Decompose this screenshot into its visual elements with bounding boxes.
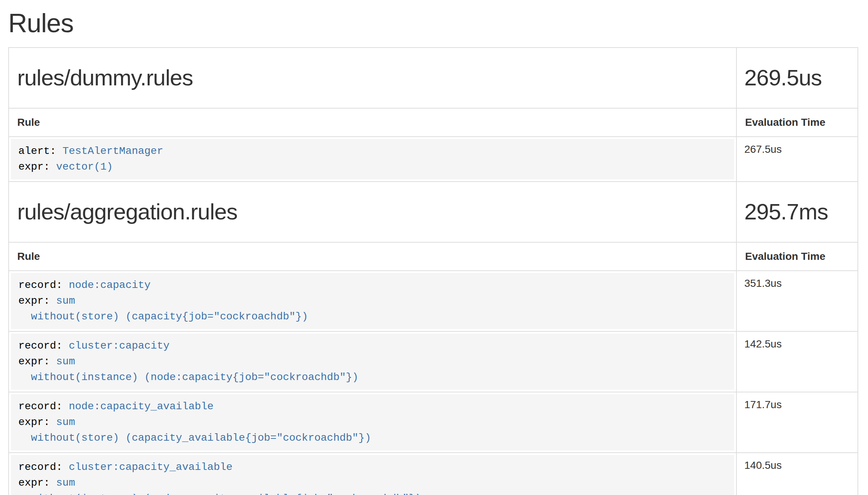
rule-link[interactable]: vector(1): [50, 161, 113, 173]
column-header-rule: Rule: [9, 242, 736, 271]
code-line: without(instance) (node:capacity_availab…: [18, 491, 727, 495]
rule-link[interactable]: cluster:capacity: [63, 340, 170, 352]
code-line: expr: sum: [18, 354, 727, 370]
code-line: record: cluster:capacity: [18, 338, 727, 354]
rule-evaluation-time: 142.5us: [736, 331, 858, 392]
rule-code: record: node:capacity_available expr: su…: [11, 394, 734, 450]
rule-row: record: node:capacity_available expr: su…: [9, 392, 858, 453]
rule-evaluation-time: 267.5us: [736, 137, 858, 182]
column-header-row: Rule Evaluation Time: [9, 108, 858, 137]
code-line: without(instance) (node:capacity{job="co…: [18, 370, 727, 385]
rule-link[interactable]: sum: [50, 295, 75, 307]
rule-link[interactable]: node:capacity: [63, 279, 151, 291]
code-line: expr: sum: [18, 293, 727, 309]
code-line: expr: sum: [18, 414, 727, 430]
page-title: Rules: [8, 9, 858, 37]
code-line: without(store) (capacity{job="cockroachd…: [18, 309, 727, 325]
column-header-rule: Rule: [9, 108, 736, 137]
rule-row: record: cluster:capacity_available expr:…: [9, 453, 858, 495]
rule-link[interactable]: without(instance) (node:capacity_availab…: [18, 493, 421, 495]
code-line: alert: TestAlertManager: [18, 143, 727, 159]
code-line: record: cluster:capacity_available: [18, 459, 727, 475]
column-header-evaluation-time: Evaluation Time: [736, 108, 858, 137]
rule-code: record: node:capacity expr: sum without(…: [11, 273, 734, 329]
code-key: expr:: [18, 161, 50, 173]
group-name: rules/dummy.rules: [17, 64, 730, 91]
group-header-row: rules/dummy.rules 269.5us: [9, 48, 858, 108]
group-evaluation-time: 269.5us: [736, 48, 858, 108]
column-header-evaluation-time: Evaluation Time: [736, 242, 858, 271]
rule-code: record: cluster:capacity expr: sum witho…: [11, 334, 734, 390]
rule-link[interactable]: TestAlertManager: [56, 145, 163, 157]
code-key: expr:: [18, 477, 50, 489]
code-key: record:: [18, 340, 63, 352]
code-key: expr:: [18, 295, 50, 307]
code-line: record: node:capacity_available: [18, 399, 727, 414]
code-key: expr:: [18, 416, 50, 428]
code-key: record:: [18, 401, 63, 412]
code-key: record:: [18, 461, 63, 473]
rule-row: alert: TestAlertManager expr: vector(1) …: [9, 137, 858, 182]
rule-link[interactable]: cluster:capacity_available: [63, 461, 233, 473]
code-line: record: node:capacity: [18, 277, 727, 293]
rule-link[interactable]: sum: [50, 477, 75, 489]
code-line: without(store) (capacity_available{job="…: [18, 430, 727, 446]
rules-table: rules/dummy.rules 269.5us Rule Evaluatio…: [8, 47, 858, 495]
rule-link[interactable]: sum: [50, 356, 75, 367]
rule-evaluation-time: 351.3us: [736, 271, 858, 331]
code-key: alert:: [18, 145, 56, 157]
group-header-row: rules/aggregation.rules 295.7ms: [9, 182, 858, 242]
rule-link[interactable]: node:capacity_available: [63, 401, 214, 412]
rule-link[interactable]: without(instance) (node:capacity{job="co…: [18, 371, 358, 383]
code-line: expr: sum: [18, 475, 727, 491]
rule-evaluation-time: 171.7us: [736, 392, 858, 453]
code-key: expr:: [18, 356, 50, 367]
rule-link[interactable]: without(store) (capacity_available{job="…: [18, 432, 371, 444]
rule-row: record: cluster:capacity expr: sum witho…: [9, 331, 858, 392]
column-header-row: Rule Evaluation Time: [9, 242, 858, 271]
rule-link[interactable]: without(store) (capacity{job="cockroachd…: [18, 311, 308, 322]
group-name: rules/aggregation.rules: [17, 198, 730, 225]
rule-link[interactable]: sum: [50, 416, 75, 428]
rule-code: record: cluster:capacity_available expr:…: [11, 455, 734, 495]
code-key: record:: [18, 279, 63, 291]
group-evaluation-time: 295.7ms: [736, 182, 858, 242]
rule-evaluation-time: 140.5us: [736, 453, 858, 495]
rule-code: alert: TestAlertManager expr: vector(1): [11, 139, 734, 179]
code-line: expr: vector(1): [18, 159, 727, 175]
rule-row: record: node:capacity expr: sum without(…: [9, 271, 858, 331]
